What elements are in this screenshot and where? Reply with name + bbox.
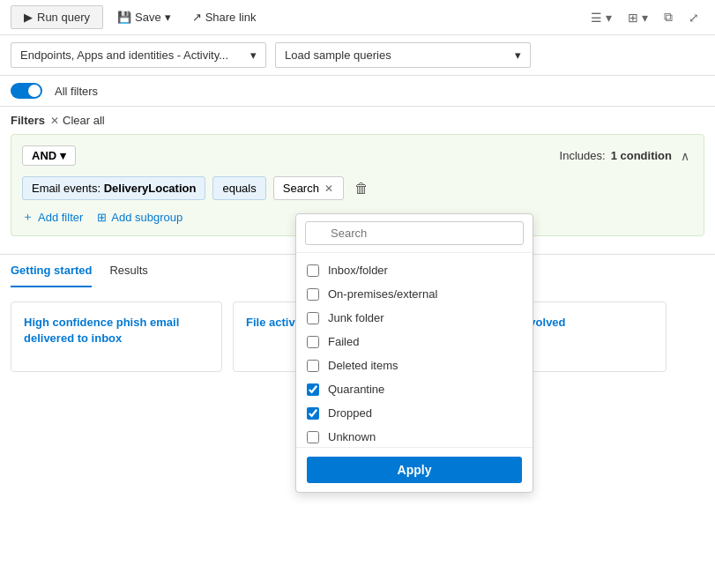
checkbox-list: Inbox/folderOn-premises/externalJunk fol… (296, 253, 533, 447)
checkbox-input[interactable] (307, 431, 319, 443)
filters-text: Filters (11, 114, 45, 127)
subgroup-icon: ⊞ (97, 211, 107, 224)
share-link-label: Share link (205, 11, 257, 24)
checkbox-label: Quarantine (328, 383, 384, 396)
save-chevron-icon: ▾ (165, 11, 171, 24)
checkbox-input[interactable] (307, 312, 319, 324)
dropdown-footer: Apply (296, 447, 533, 492)
copy-button[interactable]: ⧉ (659, 6, 678, 28)
sample-queries-dropdown[interactable]: Load sample queries ▾ (275, 42, 531, 68)
add-subgroup-button[interactable]: ⊞ Add subgroup (97, 211, 182, 224)
toolbar-right-icons: ☰ ▾ ⊞ ▾ ⧉ ⤢ (585, 6, 704, 28)
schema-chevron-icon: ▾ (250, 48, 257, 62)
checkbox-item[interactable]: Inbox/folder (296, 258, 533, 282)
checkbox-input[interactable] (307, 336, 319, 348)
checkbox-item[interactable]: Quarantine (296, 377, 533, 401)
schema-dropdown-label: Endpoints, Apps and identities - Activit… (20, 48, 228, 62)
search-tag[interactable]: Search ✕ (273, 176, 344, 200)
search-dropdown-popup: 🔍 Inbox/folderOn-premises/externalJunk f… (295, 213, 533, 493)
collapse-button[interactable]: ∧ (677, 147, 693, 165)
expand-button[interactable]: ⤢ (683, 7, 704, 28)
query-card[interactable]: High confidence phish email delivered to… (11, 301, 222, 372)
add-filter-label: Add filter (38, 211, 83, 224)
all-filters-label: All filters (55, 85, 98, 98)
sample-queries-label: Load sample queries (285, 48, 391, 62)
save-label: Save (135, 11, 161, 24)
delete-filter-button[interactable]: 🗑 (351, 179, 372, 198)
includes-count: 1 condition (611, 149, 672, 162)
checkbox-item[interactable]: Failed (296, 330, 533, 354)
plus-icon: ＋ (22, 209, 34, 225)
and-badge[interactable]: AND ▾ (22, 145, 76, 166)
filter-condition-row: Email events: DeliveryLocation equals Se… (22, 176, 693, 200)
equals-label: equals (222, 182, 256, 195)
checkbox-item[interactable]: On-premises/external (296, 282, 533, 306)
checkbox-input[interactable] (307, 264, 319, 277)
checkbox-label: Failed (328, 335, 359, 348)
tab-item[interactable]: Results (109, 255, 147, 287)
toolbar: ▶ Run query 💾 Save ▾ ↗ Share link ☰ ▾ ⊞ … (0, 0, 715, 35)
checkbox-label: Deleted items (328, 359, 398, 372)
search-input-wrap: 🔍 (296, 214, 533, 253)
search-dropdown-input[interactable] (305, 221, 524, 245)
dropdowns-row: Endpoints, Apps and identities - Activit… (0, 35, 715, 76)
checkbox-label: Unknown (328, 430, 376, 443)
filters-bar: Filters ✕ Clear all (0, 107, 715, 134)
search-tag-label: Search (283, 182, 319, 195)
add-subgroup-label: Add subgroup (111, 211, 182, 224)
and-chevron-icon: ▾ (60, 149, 66, 162)
checkbox-input[interactable] (307, 288, 319, 301)
clear-all-button[interactable]: ✕ Clear all (50, 114, 105, 127)
filter-group-header: AND ▾ Includes: 1 condition ∧ (22, 145, 693, 166)
schema-dropdown[interactable]: Endpoints, Apps and identities - Activit… (11, 42, 266, 68)
share-link-button[interactable]: ↗ Share link (185, 7, 264, 27)
tab-item[interactable]: Getting started (11, 255, 92, 287)
checkbox-label: Junk folder (328, 311, 384, 324)
checkbox-item[interactable]: Junk folder (296, 306, 533, 330)
checkbox-label: Inbox/folder (328, 264, 388, 277)
save-icon: 💾 (117, 11, 131, 24)
x-icon: ✕ (50, 115, 59, 127)
checkbox-label: On-premises/external (328, 287, 437, 301)
equals-tag: equals (212, 176, 265, 200)
save-button[interactable]: 💾 Save ▾ (110, 7, 178, 27)
includes-text: Includes: 1 condition ∧ (560, 147, 693, 165)
checkbox-item[interactable]: Deleted items (296, 354, 533, 377)
all-filters-toggle[interactable] (11, 83, 42, 99)
sample-queries-chevron-icon: ▾ (515, 48, 521, 62)
list-view-button[interactable]: ☰ ▾ (585, 7, 617, 28)
add-filter-button[interactable]: ＋ Add filter (22, 209, 83, 225)
clear-all-label: Clear all (63, 114, 105, 127)
includes-prefix: Includes: (560, 149, 606, 162)
checkbox-item[interactable]: Dropped (296, 401, 533, 425)
checkbox-item[interactable]: Unknown (296, 425, 533, 447)
grid-view-button[interactable]: ⊞ ▾ (622, 7, 653, 28)
apply-button[interactable]: Apply (307, 457, 522, 483)
query-card-title: High confidence phish email delivered to… (24, 315, 209, 346)
checkbox-label: Dropped (328, 406, 372, 420)
filters-header-row: All filters (0, 76, 715, 107)
run-query-button[interactable]: ▶ Run query (11, 5, 103, 29)
checkbox-input[interactable] (307, 407, 319, 420)
checkbox-input[interactable] (307, 360, 319, 372)
share-icon: ↗ (192, 11, 202, 24)
search-tag-clear-icon[interactable]: ✕ (324, 182, 333, 195)
run-query-label: Run query (37, 11, 90, 24)
and-label: AND (32, 149, 56, 162)
play-icon: ▶ (24, 11, 33, 24)
checkbox-input[interactable] (307, 383, 319, 396)
filter-tag-delivery-location[interactable]: Email events: DeliveryLocation (22, 176, 205, 200)
filter-group: AND ▾ Includes: 1 condition ∧ Email even… (11, 134, 704, 236)
